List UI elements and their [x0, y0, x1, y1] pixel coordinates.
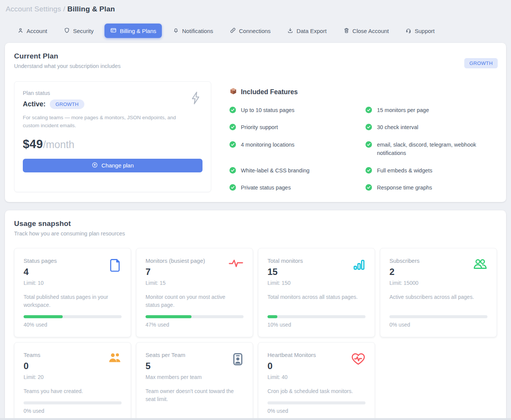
trash-icon	[343, 27, 350, 35]
tab-close-account[interactable]: Close Account	[338, 24, 395, 38]
plan-badge-pill: GROWTH	[50, 99, 84, 109]
usage-percent-label: 10% used	[267, 322, 365, 328]
pulse-icon	[228, 258, 244, 270]
plan-status-label: Plan status	[23, 90, 203, 96]
lightning-icon	[190, 91, 202, 107]
usage-card-limit: Limit: 15000	[389, 280, 487, 286]
usage-card-description: Cron job & scheduled task monitors.	[267, 387, 365, 395]
tab-label: Support	[414, 28, 435, 34]
progress-track	[146, 315, 244, 318]
feature-item: Private status pages	[229, 183, 353, 192]
tab-connections[interactable]: Connections	[224, 24, 276, 38]
usage-percent-label: 0% used	[389, 322, 487, 328]
price-period: /month	[43, 139, 74, 151]
feature-item: Up to 10 status pages	[229, 106, 353, 114]
usage-card-label: Seats per Team	[146, 352, 244, 358]
usage-card-total-monitors: Total monitors 15 Limit: 150 Total monit…	[258, 248, 375, 337]
usage-card-seats-per-team: Seats per Team 5 Max members per team Te…	[136, 342, 253, 420]
plan-status-value: Active:	[23, 100, 46, 108]
page-title: Billing & Plan	[67, 5, 115, 13]
usage-card-description: Active subscribers across all pages.	[389, 293, 487, 301]
plan-row: Plan status Active: GROWTH For scaling t…	[14, 81, 497, 192]
feature-item: email, slack, discord, telegram, webhook…	[365, 141, 497, 158]
feature-label: Up to 10 status pages	[241, 106, 294, 114]
feature-label: email, slack, discord, telegram, webhook…	[377, 141, 497, 158]
heartbeat-icon	[351, 352, 365, 367]
usage-card-value: 15	[267, 267, 365, 277]
plan-tier-badge: GROWTH	[464, 58, 498, 68]
current-plan-panel: Current Plan Understand what your subscr…	[5, 43, 506, 202]
progress-fill	[267, 315, 277, 318]
feature-item: Full embeds & widgets	[365, 166, 497, 175]
feature-item: 4 monitoring locations	[229, 141, 353, 149]
headset-icon	[405, 27, 411, 35]
link-icon	[230, 27, 236, 35]
breadcrumb-section[interactable]: Account Settings /	[6, 5, 65, 13]
usage-card-subscribers: Subscribers 2 Limit: 15000 Active subscr…	[380, 248, 497, 337]
usage-card-value: 5	[146, 361, 244, 371]
package-icon	[229, 87, 237, 97]
tab-billing-plans[interactable]: Billing & Plans	[104, 24, 162, 38]
feature-label: 4 monitoring locations	[241, 141, 294, 149]
document-icon	[109, 258, 122, 274]
feature-label: 30 check interval	[377, 123, 418, 131]
tab-label: Close Account	[353, 28, 389, 34]
usage-progress: 10% used	[267, 309, 365, 328]
billing-plan-page: Account Settings / Billing & Plan Accoun…	[0, 0, 511, 420]
current-plan-title: Current Plan	[14, 52, 497, 60]
change-plan-button[interactable]: Change plan	[23, 159, 203, 172]
usage-card-description: Teams you have created.	[24, 387, 122, 395]
progress-fill	[24, 315, 63, 318]
tab-security[interactable]: Security	[58, 24, 99, 38]
usage-card-value: 0	[24, 361, 122, 371]
usage-card-label: Total monitors	[267, 257, 365, 264]
subscribers-icon	[473, 258, 487, 271]
features-header: Included Features	[229, 87, 497, 97]
feature-item: Priority support	[229, 123, 353, 131]
usage-progress: 0% used	[389, 309, 487, 328]
usage-card-description: Total published status pages in your wor…	[24, 293, 122, 309]
usage-progress: 0% used	[267, 395, 365, 414]
price-amount: $49	[23, 137, 43, 151]
breadcrumb: Account Settings / Billing & Plan	[5, 0, 506, 13]
usage-snapshot-panel: Usage snapshot Track how you are consumi…	[5, 210, 506, 420]
progress-fill	[146, 315, 191, 318]
progress-track	[267, 401, 365, 404]
progress-track	[24, 315, 122, 318]
usage-card-status-pages: Status pages 4 Limit: 10 Total published…	[14, 248, 131, 337]
usage-percent-label: 47% used	[146, 322, 244, 328]
feature-label: Priority support	[241, 123, 278, 131]
tab-data-export[interactable]: Data Export	[282, 24, 332, 38]
feature-label: White-label & CSS branding	[241, 166, 310, 175]
tab-account[interactable]: Account	[12, 24, 53, 38]
included-features: Included Features Up to 10 status pages …	[229, 81, 497, 192]
tab-label: Account	[27, 28, 47, 34]
settings-tab-bar: Account Security Billing & Plans Notific…	[12, 24, 506, 38]
usage-percent-label: 40% used	[24, 322, 122, 328]
progress-track	[389, 315, 487, 318]
tab-support[interactable]: Support	[400, 24, 440, 38]
usage-card-description: Total monitors across all status pages.	[267, 293, 365, 301]
tab-label: Connections	[239, 28, 271, 34]
tab-label: Data Export	[296, 28, 326, 34]
feature-label: 15 monitors per page	[377, 106, 429, 114]
tab-notifications[interactable]: Notifications	[167, 24, 219, 38]
usage-card-limit: Limit: 15	[146, 280, 244, 286]
arrow-up-circle-icon	[92, 162, 98, 169]
current-plan-subtitle: Understand what your subscription includ…	[14, 63, 497, 69]
usage-progress: 40% used	[24, 309, 122, 328]
feature-item: White-label & CSS branding	[229, 166, 353, 175]
credit-card-icon	[110, 27, 117, 35]
usage-progress: 47% used	[146, 309, 244, 328]
feature-label: Private status pages	[241, 183, 291, 192]
teams-icon	[108, 352, 122, 365]
usage-subtitle: Track how you are consuming plan resourc…	[14, 231, 497, 237]
feature-item: 30 check interval	[365, 123, 497, 131]
feature-item: Response time graphs	[365, 183, 497, 192]
usage-card-value: 4	[24, 267, 122, 277]
usage-card-limit: Max members per team	[146, 374, 244, 380]
usage-percent-label: 0% used	[24, 408, 122, 414]
features-title: Included Features	[241, 88, 298, 96]
usage-card-limit: Limit: 40	[267, 374, 365, 380]
usage-progress: 0% used	[24, 395, 122, 414]
